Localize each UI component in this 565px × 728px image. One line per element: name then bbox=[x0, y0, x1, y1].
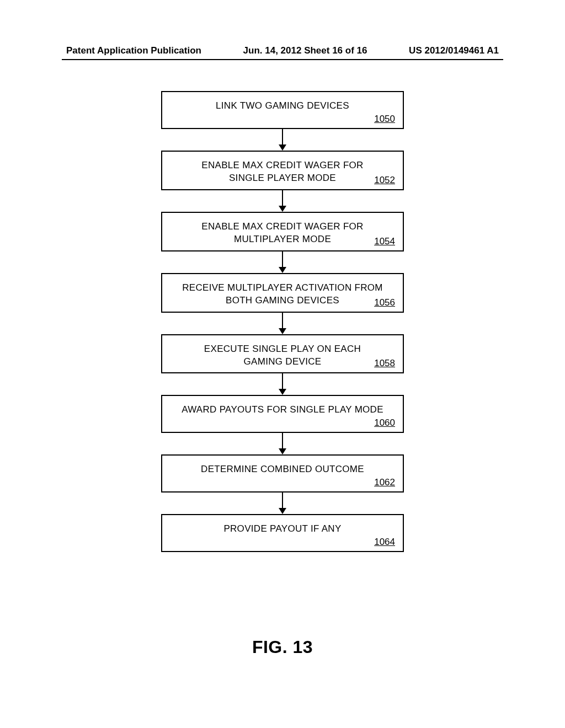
page-header: Patent Application Publication Jun. 14, … bbox=[0, 45, 565, 56]
flow-step-text: ENABLE MAX CREDIT WAGER FORSINGLE PLAYER… bbox=[171, 159, 394, 185]
flow-step-text: LINK TWO GAMING DEVICES bbox=[171, 100, 394, 113]
flow-step-1056: RECEIVE MULTIPLAYER ACTIVATION FROMBOTH … bbox=[161, 273, 404, 313]
arrow-icon bbox=[279, 251, 286, 273]
flow-step-1054: ENABLE MAX CREDIT WAGER FORMULTIPLAYER M… bbox=[161, 212, 404, 251]
figure-label: FIG. 13 bbox=[252, 637, 313, 657]
arrow-icon bbox=[279, 129, 286, 151]
flow-step-1052: ENABLE MAX CREDIT WAGER FORSINGLE PLAYER… bbox=[161, 151, 404, 190]
arrow-icon bbox=[279, 313, 286, 334]
arrow-icon bbox=[279, 433, 286, 454]
header-center: Jun. 14, 2012 Sheet 16 of 16 bbox=[243, 45, 367, 56]
flow-step-1060: AWARD PAYOUTS FOR SINGLE PLAY MODE 1060 bbox=[161, 395, 404, 433]
flow-step-ref: 1058 bbox=[374, 358, 395, 369]
header-rule bbox=[62, 59, 503, 60]
header-left: Patent Application Publication bbox=[66, 45, 201, 56]
flow-step-ref: 1050 bbox=[374, 114, 395, 125]
flow-step-ref: 1056 bbox=[374, 297, 395, 308]
arrow-icon bbox=[279, 373, 286, 395]
flow-step-text: PROVIDE PAYOUT IF ANY bbox=[171, 523, 394, 536]
flow-step-1062: DETERMINE COMBINED OUTCOME 1062 bbox=[161, 454, 404, 493]
flow-step-1058: EXECUTE SINGLE PLAY ON EACHGAMING DEVICE… bbox=[161, 334, 404, 374]
flow-step-ref: 1062 bbox=[374, 477, 395, 488]
flowchart: LINK TWO GAMING DEVICES 1050 ENABLE MAX … bbox=[161, 91, 404, 552]
header-right: US 2012/0149461 A1 bbox=[409, 45, 499, 56]
flow-step-ref: 1064 bbox=[374, 537, 395, 548]
arrow-icon bbox=[279, 190, 286, 212]
flow-step-ref: 1060 bbox=[374, 417, 395, 429]
flow-step-ref: 1054 bbox=[374, 236, 395, 247]
flow-step-text: RECEIVE MULTIPLAYER ACTIVATION FROMBOTH … bbox=[171, 282, 394, 307]
arrow-icon bbox=[279, 493, 286, 514]
flow-step-1064: PROVIDE PAYOUT IF ANY 1064 bbox=[161, 514, 404, 552]
flow-step-text: DETERMINE COMBINED OUTCOME bbox=[171, 463, 394, 476]
flow-step-text: AWARD PAYOUTS FOR SINGLE PLAY MODE bbox=[171, 404, 394, 416]
flow-step-text: ENABLE MAX CREDIT WAGER FORMULTIPLAYER M… bbox=[171, 221, 394, 246]
flow-step-1050: LINK TWO GAMING DEVICES 1050 bbox=[161, 91, 404, 129]
flow-step-ref: 1052 bbox=[374, 175, 395, 186]
flow-step-text: EXECUTE SINGLE PLAY ON EACHGAMING DEVICE bbox=[171, 343, 394, 368]
